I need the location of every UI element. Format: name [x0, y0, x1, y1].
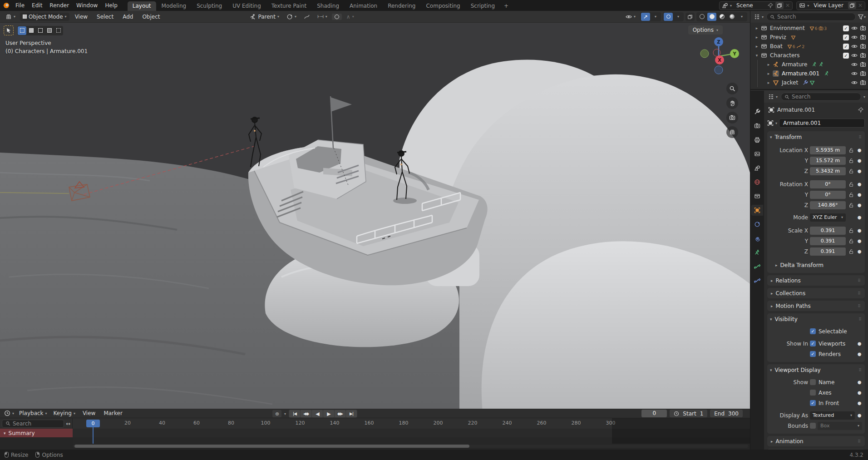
visibility-panel-header[interactable]: ▾ Visibility ⠿ — [770, 315, 862, 324]
gizmo-dropdown[interactable]: ▾ — [651, 13, 660, 21]
frame-start-field[interactable]: Start1 — [670, 410, 707, 417]
animate-dot-button[interactable]: ● — [857, 203, 862, 208]
auto-keying-dropdown[interactable]: ▾ — [284, 412, 286, 416]
shading-material-button[interactable] — [717, 13, 726, 21]
camera-view-button[interactable] — [726, 112, 738, 124]
pan-hand-button[interactable] — [726, 97, 738, 109]
collection-checkbox[interactable] — [843, 25, 849, 31]
zoom-button[interactable] — [726, 83, 738, 94]
animate-dot-button[interactable]: ● — [857, 341, 862, 346]
panel-grip-icon[interactable]: ⠿ — [858, 317, 862, 322]
tab-scene[interactable] — [751, 163, 763, 173]
animate-dot-button[interactable]: ● — [857, 215, 862, 220]
animate-dot-button[interactable]: ● — [857, 182, 862, 187]
current-frame-badge[interactable]: 0 — [86, 420, 100, 427]
animate-dot-button[interactable]: ● — [857, 249, 862, 254]
bounds-type-dropdown[interactable]: Box▾ — [818, 422, 862, 430]
outliner-row-boat[interactable]: ▸ Boat 6 2 — [750, 42, 868, 51]
hide-eye-icon[interactable] — [851, 79, 858, 86]
proportional-editing-toggle[interactable] — [332, 14, 342, 20]
animate-dot-button[interactable]: ● — [857, 401, 862, 406]
name-checkbox[interactable] — [810, 379, 816, 385]
menu-render[interactable]: Render — [46, 1, 73, 10]
scrollbar-thumb[interactable] — [74, 445, 469, 448]
render-visibility-icon[interactable] — [860, 43, 866, 49]
tab-modeling[interactable]: Modeling — [157, 1, 192, 11]
collection-checkbox[interactable] — [843, 53, 849, 59]
hide-eye-icon[interactable] — [851, 52, 858, 59]
menu-playback[interactable]: Playback▾ — [16, 409, 50, 417]
shading-dropdown[interactable]: ▾ — [737, 13, 746, 21]
tab-shading[interactable]: Shading — [312, 1, 344, 11]
scene-render[interactable] — [0, 23, 750, 409]
menu-select[interactable]: Select — [93, 13, 117, 21]
navigation-gizmo[interactable]: Z Y X — [694, 30, 744, 80]
select-mode-extend[interactable] — [27, 26, 35, 35]
outliner-search-input[interactable]: Search — [766, 13, 856, 21]
jump-to-end-button[interactable]: ▶| — [346, 410, 357, 417]
animate-dot-button[interactable]: ● — [857, 228, 862, 233]
play-reverse-button[interactable]: ◀ — [312, 410, 323, 417]
lock-icon[interactable] — [848, 238, 855, 244]
tab-bone[interactable] — [751, 261, 763, 272]
rotation-z-field[interactable]: 140.86° — [810, 201, 846, 209]
lock-icon[interactable] — [848, 148, 855, 153]
animate-dot-button[interactable]: ● — [857, 351, 862, 356]
show-gizmo-toggle[interactable]: ↗ — [641, 13, 650, 21]
delta-transform-header[interactable]: ▸ Delta Transform — [770, 261, 862, 270]
new-view-layer-button[interactable] — [848, 2, 856, 9]
panel-grip-icon[interactable]: ⠿ — [858, 439, 861, 444]
animate-dot-button[interactable]: ● — [857, 158, 862, 163]
animate-dot-button[interactable]: ● — [857, 413, 862, 418]
snap-settings-dropdown[interactable]: ⊦⊣▾ — [315, 13, 330, 20]
play-button[interactable]: ▶ — [323, 410, 334, 417]
proportional-falloff-dropdown[interactable]: ∧▾ — [344, 13, 357, 21]
animate-dot-button[interactable]: ● — [857, 238, 862, 243]
transform-panel-header[interactable]: ▾ Transform ⠿ — [770, 133, 862, 142]
lock-icon[interactable] — [848, 168, 855, 174]
viewport-display-panel-header[interactable]: ▾ Viewport Display ⠿ — [770, 366, 862, 375]
gizmo-axis-y-neg[interactable] — [700, 49, 709, 58]
snap-toggle[interactable] — [301, 13, 313, 21]
collection-checkbox[interactable] — [843, 35, 849, 40]
outliner-row-jacket[interactable]: ▸ Jacket — [750, 78, 868, 87]
select-mode-intersect[interactable] — [54, 26, 63, 35]
lock-icon[interactable] — [848, 192, 855, 198]
lock-icon[interactable] — [848, 203, 855, 208]
transform-orientation-dropdown[interactable]: Parent▾ — [247, 13, 281, 21]
lock-icon[interactable] — [848, 228, 855, 233]
next-keyframe-button[interactable]: ◆▶ — [335, 410, 345, 417]
editor-type-button[interactable]: ▾ — [3, 13, 18, 21]
auto-keying-toggle[interactable]: ◎ — [272, 410, 281, 417]
selectable-checkbox[interactable] — [810, 328, 816, 334]
animation-section[interactable]: ▸Animation ⠿ — [767, 436, 865, 446]
pivot-point-dropdown[interactable]: ▾ — [284, 13, 299, 21]
location-y-field[interactable]: 15.572 m — [810, 157, 846, 165]
tab-scripting[interactable]: Scripting — [466, 1, 500, 11]
render-visibility-icon[interactable] — [860, 70, 866, 77]
pin-icon[interactable] — [858, 107, 864, 113]
collections-section[interactable]: ▸Collections ⠿ — [767, 288, 865, 298]
tab-object[interactable] — [751, 205, 763, 216]
axes-checkbox[interactable] — [810, 390, 816, 396]
mode-selector[interactable]: Object Mode▾ — [20, 13, 69, 21]
animate-dot-button[interactable]: ● — [857, 168, 862, 173]
rotation-y-field[interactable]: 0° — [810, 191, 846, 199]
hide-eye-icon[interactable] — [851, 43, 858, 49]
tab-render[interactable] — [751, 120, 763, 131]
show-overlays-toggle[interactable] — [664, 13, 673, 21]
tab-animation[interactable]: Animation — [345, 1, 382, 11]
render-visibility-icon[interactable] — [860, 61, 866, 68]
menu-help[interactable]: Help — [101, 1, 121, 10]
animate-dot-button[interactable]: ● — [857, 148, 862, 153]
lock-icon[interactable] — [848, 158, 855, 163]
menu-edit[interactable]: Edit — [28, 1, 46, 10]
lock-icon[interactable] — [848, 249, 855, 254]
collection-checkbox[interactable] — [843, 44, 849, 49]
tab-view-layer[interactable] — [751, 148, 763, 159]
pin-icon[interactable] — [767, 2, 774, 9]
animate-dot-button[interactable]: ● — [857, 390, 862, 395]
tab-sculpting[interactable]: Sculpting — [192, 1, 227, 11]
blender-logo-icon[interactable] — [3, 2, 10, 9]
frame-end-field[interactable]: End300 — [710, 410, 743, 417]
